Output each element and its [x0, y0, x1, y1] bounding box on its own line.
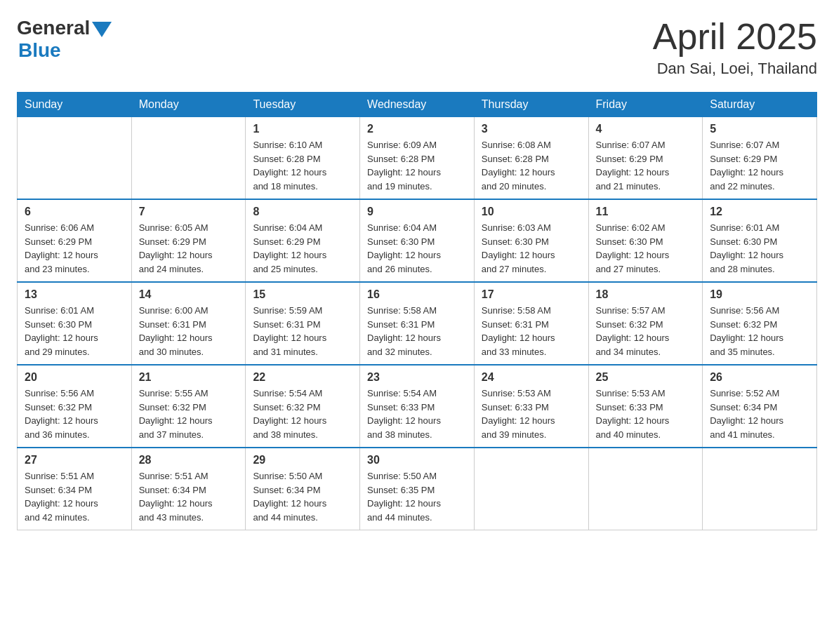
- day-info: Sunrise: 5:50 AM Sunset: 6:34 PM Dayligh…: [253, 469, 352, 524]
- table-row: 30Sunrise: 5:50 AM Sunset: 6:35 PM Dayli…: [360, 448, 475, 530]
- day-number: 16: [367, 288, 467, 301]
- logo-blue-text: Blue: [18, 39, 61, 62]
- month-title: April 2025: [653, 17, 817, 57]
- day-info: Sunrise: 6:10 AM Sunset: 6:28 PM Dayligh…: [253, 138, 352, 193]
- table-row: 3Sunrise: 6:08 AM Sunset: 6:28 PM Daylig…: [474, 117, 588, 200]
- table-row: 16Sunrise: 5:58 AM Sunset: 6:31 PM Dayli…: [360, 282, 475, 365]
- table-row: [18, 117, 132, 200]
- location-title: Dan Sai, Loei, Thailand: [653, 60, 817, 78]
- day-info: Sunrise: 6:04 AM Sunset: 6:30 PM Dayligh…: [367, 221, 467, 276]
- day-number: 10: [482, 206, 581, 218]
- day-info: Sunrise: 5:56 AM Sunset: 6:32 PM Dayligh…: [710, 304, 809, 358]
- day-number: 27: [25, 454, 124, 467]
- day-number: 11: [596, 206, 696, 218]
- table-row: 11Sunrise: 6:02 AM Sunset: 6:30 PM Dayli…: [588, 199, 703, 282]
- day-info: Sunrise: 5:50 AM Sunset: 6:35 PM Dayligh…: [367, 469, 467, 524]
- day-info: Sunrise: 6:05 AM Sunset: 6:29 PM Dayligh…: [139, 221, 239, 276]
- day-number: 25: [596, 371, 696, 384]
- day-number: 15: [253, 288, 352, 301]
- table-row: 20Sunrise: 5:56 AM Sunset: 6:32 PM Dayli…: [18, 365, 132, 448]
- table-row: 5Sunrise: 6:07 AM Sunset: 6:29 PM Daylig…: [703, 117, 817, 200]
- day-number: 7: [139, 206, 239, 218]
- day-number: 19: [710, 288, 809, 301]
- calendar-week-row: 1Sunrise: 6:10 AM Sunset: 6:28 PM Daylig…: [18, 117, 817, 200]
- day-number: 26: [710, 371, 809, 384]
- day-number: 17: [482, 288, 581, 301]
- col-monday: Monday: [131, 93, 246, 117]
- calendar-week-row: 27Sunrise: 5:51 AM Sunset: 6:34 PM Dayli…: [18, 448, 817, 530]
- day-info: Sunrise: 5:53 AM Sunset: 6:33 PM Dayligh…: [596, 387, 696, 441]
- col-friday: Friday: [588, 93, 703, 117]
- table-row: 25Sunrise: 5:53 AM Sunset: 6:33 PM Dayli…: [588, 365, 703, 448]
- day-info: Sunrise: 5:59 AM Sunset: 6:31 PM Dayligh…: [253, 304, 352, 358]
- col-tuesday: Tuesday: [246, 93, 360, 117]
- day-info: Sunrise: 5:54 AM Sunset: 6:32 PM Dayligh…: [253, 387, 352, 441]
- logo: General Blue: [17, 17, 112, 62]
- day-number: 21: [139, 371, 239, 384]
- table-row: 26Sunrise: 5:52 AM Sunset: 6:34 PM Dayli…: [703, 365, 817, 448]
- table-row: 7Sunrise: 6:05 AM Sunset: 6:29 PM Daylig…: [131, 199, 246, 282]
- table-row: 14Sunrise: 6:00 AM Sunset: 6:31 PM Dayli…: [131, 282, 246, 365]
- col-saturday: Saturday: [703, 93, 817, 117]
- col-wednesday: Wednesday: [360, 93, 475, 117]
- calendar-week-row: 13Sunrise: 6:01 AM Sunset: 6:30 PM Dayli…: [18, 282, 817, 365]
- day-number: 28: [139, 454, 239, 467]
- title-section: April 2025 Dan Sai, Loei, Thailand: [653, 17, 817, 78]
- table-row: 12Sunrise: 6:01 AM Sunset: 6:30 PM Dayli…: [703, 199, 817, 282]
- day-number: 14: [139, 288, 239, 301]
- day-info: Sunrise: 6:08 AM Sunset: 6:28 PM Dayligh…: [482, 138, 581, 193]
- day-number: 9: [367, 206, 467, 218]
- day-number: 6: [25, 206, 124, 218]
- day-info: Sunrise: 5:53 AM Sunset: 6:33 PM Dayligh…: [482, 387, 581, 441]
- day-info: Sunrise: 6:00 AM Sunset: 6:31 PM Dayligh…: [139, 304, 239, 358]
- day-number: 1: [253, 123, 352, 135]
- table-row: 8Sunrise: 6:04 AM Sunset: 6:29 PM Daylig…: [246, 199, 360, 282]
- day-info: Sunrise: 5:51 AM Sunset: 6:34 PM Dayligh…: [139, 469, 239, 524]
- table-row: 15Sunrise: 5:59 AM Sunset: 6:31 PM Dayli…: [246, 282, 360, 365]
- day-info: Sunrise: 5:56 AM Sunset: 6:32 PM Dayligh…: [25, 387, 124, 441]
- logo-general-text: General: [17, 17, 90, 39]
- day-info: Sunrise: 5:51 AM Sunset: 6:34 PM Dayligh…: [25, 469, 124, 524]
- table-row: 4Sunrise: 6:07 AM Sunset: 6:29 PM Daylig…: [588, 117, 703, 200]
- calendar-week-row: 20Sunrise: 5:56 AM Sunset: 6:32 PM Dayli…: [18, 365, 817, 448]
- day-number: 5: [710, 123, 809, 135]
- day-number: 8: [253, 206, 352, 218]
- table-row: 24Sunrise: 5:53 AM Sunset: 6:33 PM Dayli…: [474, 365, 588, 448]
- day-number: 22: [253, 371, 352, 384]
- table-row: 6Sunrise: 6:06 AM Sunset: 6:29 PM Daylig…: [18, 199, 132, 282]
- day-info: Sunrise: 6:01 AM Sunset: 6:30 PM Dayligh…: [710, 221, 809, 276]
- table-row: 17Sunrise: 5:58 AM Sunset: 6:31 PM Dayli…: [474, 282, 588, 365]
- table-row: 2Sunrise: 6:09 AM Sunset: 6:28 PM Daylig…: [360, 117, 475, 200]
- day-info: Sunrise: 6:04 AM Sunset: 6:29 PM Dayligh…: [253, 221, 352, 276]
- day-info: Sunrise: 6:03 AM Sunset: 6:30 PM Dayligh…: [482, 221, 581, 276]
- day-info: Sunrise: 5:58 AM Sunset: 6:31 PM Dayligh…: [482, 304, 581, 358]
- day-info: Sunrise: 6:07 AM Sunset: 6:29 PM Dayligh…: [710, 138, 809, 193]
- table-row: 23Sunrise: 5:54 AM Sunset: 6:33 PM Dayli…: [360, 365, 475, 448]
- day-number: 2: [367, 123, 467, 135]
- day-info: Sunrise: 6:09 AM Sunset: 6:28 PM Dayligh…: [367, 138, 467, 193]
- table-row: 19Sunrise: 5:56 AM Sunset: 6:32 PM Dayli…: [703, 282, 817, 365]
- day-number: 18: [596, 288, 696, 301]
- logo-triangle-icon: [92, 22, 112, 37]
- col-thursday: Thursday: [474, 93, 588, 117]
- table-row: [588, 448, 703, 530]
- table-row: 28Sunrise: 5:51 AM Sunset: 6:34 PM Dayli…: [131, 448, 246, 530]
- day-number: 20: [25, 371, 124, 384]
- page-header: General Blue April 2025 Dan Sai, Loei, T…: [17, 17, 817, 78]
- table-row: 22Sunrise: 5:54 AM Sunset: 6:32 PM Dayli…: [246, 365, 360, 448]
- day-number: 13: [25, 288, 124, 301]
- table-row: [474, 448, 588, 530]
- day-info: Sunrise: 5:58 AM Sunset: 6:31 PM Dayligh…: [367, 304, 467, 358]
- table-row: 29Sunrise: 5:50 AM Sunset: 6:34 PM Dayli…: [246, 448, 360, 530]
- table-row: 9Sunrise: 6:04 AM Sunset: 6:30 PM Daylig…: [360, 199, 475, 282]
- table-row: 18Sunrise: 5:57 AM Sunset: 6:32 PM Dayli…: [588, 282, 703, 365]
- day-number: 12: [710, 206, 809, 218]
- day-info: Sunrise: 6:01 AM Sunset: 6:30 PM Dayligh…: [25, 304, 124, 358]
- day-number: 4: [596, 123, 696, 135]
- table-row: 21Sunrise: 5:55 AM Sunset: 6:32 PM Dayli…: [131, 365, 246, 448]
- day-info: Sunrise: 5:54 AM Sunset: 6:33 PM Dayligh…: [367, 387, 467, 441]
- calendar-header-row: Sunday Monday Tuesday Wednesday Thursday…: [18, 93, 817, 117]
- col-sunday: Sunday: [18, 93, 132, 117]
- day-info: Sunrise: 5:52 AM Sunset: 6:34 PM Dayligh…: [710, 387, 809, 441]
- table-row: 10Sunrise: 6:03 AM Sunset: 6:30 PM Dayli…: [474, 199, 588, 282]
